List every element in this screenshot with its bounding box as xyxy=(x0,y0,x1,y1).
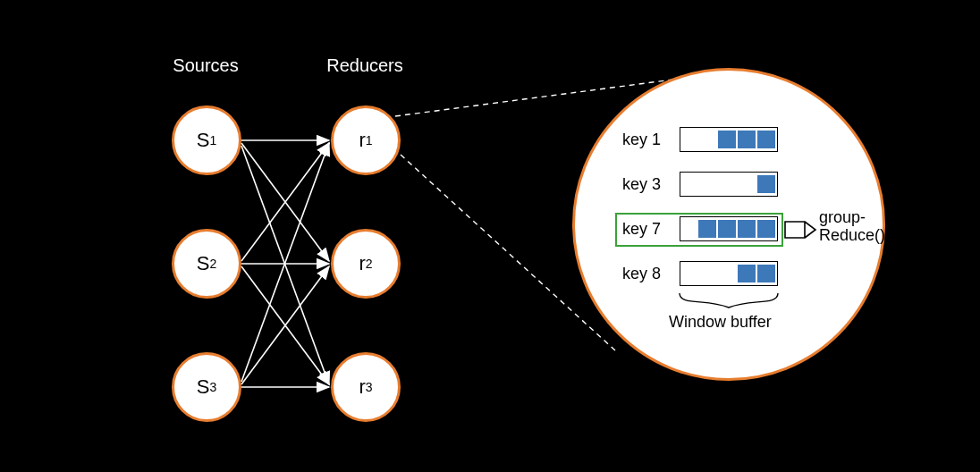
svg-line-1 xyxy=(241,143,329,261)
data-block xyxy=(757,220,775,238)
data-block xyxy=(757,265,775,282)
key3-label: key 3 xyxy=(622,175,661,194)
key7-label: key 7 xyxy=(622,220,661,239)
key1-buffer xyxy=(680,127,778,152)
svg-line-3 xyxy=(241,143,329,261)
node-r3-base: r xyxy=(359,375,365,399)
node-s2: S2 xyxy=(172,229,241,299)
data-block xyxy=(718,131,736,148)
node-r3: r3 xyxy=(331,352,401,422)
node-s3-base: S xyxy=(197,375,210,399)
node-s1-base: S xyxy=(197,129,210,152)
sources-label: Sources xyxy=(143,55,268,76)
node-r1: r1 xyxy=(331,105,401,175)
node-s1-sub: 1 xyxy=(209,133,216,148)
node-r2: r2 xyxy=(331,229,401,299)
data-block xyxy=(698,220,716,238)
node-r1-sub: 1 xyxy=(366,133,373,148)
data-block xyxy=(738,220,756,238)
key1-label: key 1 xyxy=(622,131,661,149)
data-block xyxy=(738,131,756,148)
group-reduce-label: group- Reduce() xyxy=(819,209,885,245)
key8-buffer xyxy=(680,261,778,286)
node-r1-base: r xyxy=(359,129,365,152)
data-block xyxy=(757,175,775,193)
key3-buffer xyxy=(680,172,778,197)
svg-line-5 xyxy=(241,266,329,384)
svg-line-2 xyxy=(241,146,329,384)
svg-line-6 xyxy=(241,143,329,382)
node-r3-sub: 3 xyxy=(366,380,373,394)
data-block xyxy=(757,131,775,148)
node-s2-sub: 2 xyxy=(209,257,216,271)
node-s2-base: S xyxy=(197,252,210,275)
key7-buffer xyxy=(680,216,778,241)
svg-line-7 xyxy=(241,266,329,384)
reducers-label: Reducers xyxy=(302,55,427,76)
node-s1: S1 xyxy=(172,105,241,175)
key8-label: key 8 xyxy=(622,265,661,283)
node-s3-sub: 3 xyxy=(209,380,216,394)
node-r2-base: r xyxy=(359,252,365,275)
window-buffer-label: Window buffer xyxy=(669,313,772,332)
data-block xyxy=(718,220,736,238)
node-r2-sub: 2 xyxy=(366,257,373,271)
data-block xyxy=(738,265,756,282)
node-s3: S3 xyxy=(172,352,241,422)
